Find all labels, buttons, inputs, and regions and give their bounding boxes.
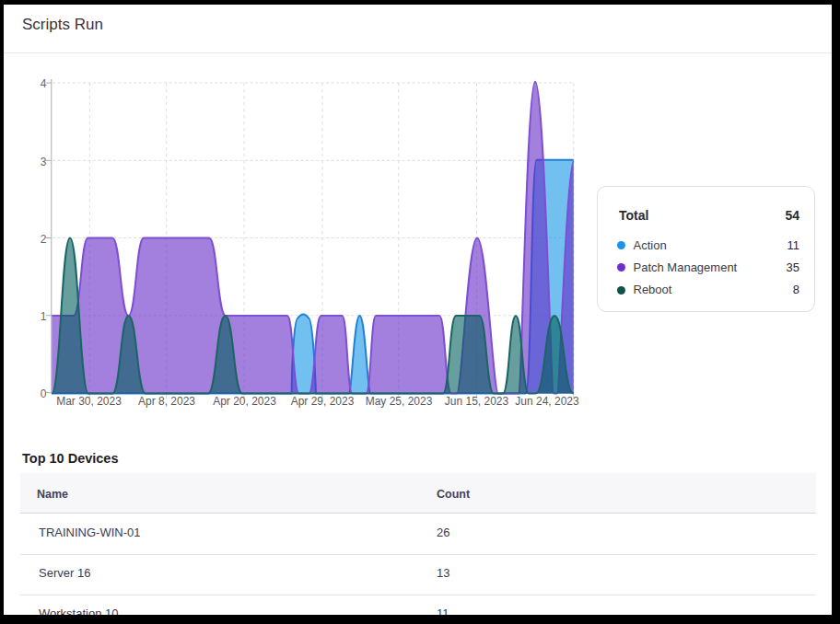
svg-text:3: 3 [41,156,47,168]
svg-text:0: 0 [41,387,47,400]
svg-text:Mar 30, 2023: Mar 30, 2023 [56,395,122,408]
svg-text:Jun 15, 2023: Jun 15, 2023 [445,395,509,408]
svg-text:4: 4 [41,77,47,90]
svg-text:Apr 29, 2023: Apr 29, 2023 [291,395,355,408]
svg-text:Apr 8, 2023: Apr 8, 2023 [138,395,195,408]
svg-text:Jun 24, 2023: Jun 24, 2023 [515,395,579,408]
svg-text:1: 1 [41,310,47,323]
svg-text:Apr 20, 2023: Apr 20, 2023 [213,395,276,408]
svg-text:May 25, 2023: May 25, 2023 [366,395,433,408]
svg-text:2: 2 [41,233,47,246]
